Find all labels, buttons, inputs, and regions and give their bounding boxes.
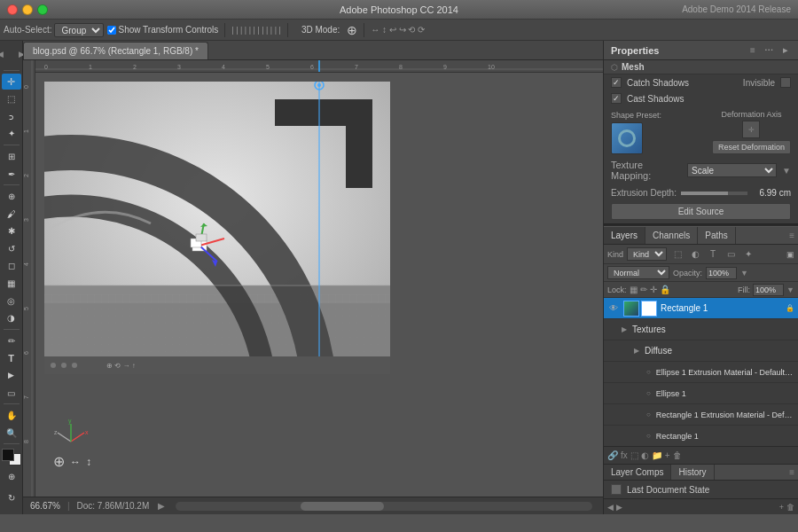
layer-item-rect1-sub[interactable]: ○ Rectangle 1 [604, 426, 798, 446]
layer-item-ellipse1[interactable]: ○ Ellipse 1 [604, 383, 798, 404]
layer-item-ellipse1-extrusion[interactable]: ○ Ellipse 1 Extrusion Material - Default… [604, 362, 798, 383]
circle-icon-3: ○ [646, 411, 651, 419]
cast-shadows-checkbox[interactable] [611, 93, 622, 104]
close-button[interactable] [7, 4, 18, 15]
mode-3d-icon[interactable]: ⊕ [347, 23, 357, 37]
color-swatches[interactable] [2, 449, 21, 466]
kind-select[interactable]: Kind [627, 247, 667, 261]
lock-transparent-icon[interactable]: ▦ [630, 285, 638, 294]
hand-tool[interactable]: ✋ [2, 407, 21, 424]
fill-input[interactable] [753, 284, 784, 296]
canvas-drawing[interactable]: ⊕ ⟲ → ↑ ⊕ ↔ ↕ [35, 73, 603, 497]
lock-all-icon[interactable]: 🔒 [660, 285, 670, 294]
panel-icon-2[interactable]: ⋯ [763, 44, 775, 57]
lc-prev-icon[interactable]: ◀ [607, 503, 614, 512]
clone-stamp-tool[interactable]: ✱ [2, 223, 21, 239]
shape-preset-thumbnail[interactable] [611, 122, 643, 154]
back-tool[interactable]: ◀ [0, 44, 11, 64]
adj-icon[interactable]: ◐ [641, 450, 649, 460]
maximize-button[interactable] [37, 4, 48, 15]
active-document-tab[interactable]: blog.psd @ 66.7% (Rectangle 1, RGB/8) * [23, 42, 208, 59]
horizontal-scrollbar[interactable] [176, 502, 592, 511]
lc-next-icon[interactable]: ▶ [616, 503, 622, 512]
pan-icon[interactable]: ⊕ [53, 453, 65, 470]
layer-name-ellipse1: Ellipse 1 [656, 389, 794, 398]
eraser-tool[interactable]: ◻ [2, 258, 21, 275]
dodge-tool[interactable]: ◑ [2, 309, 21, 326]
pixel-filter-icon[interactable]: ⬚ [670, 247, 685, 262]
brush-tool[interactable]: 🖌 [2, 206, 21, 223]
lock-position-icon[interactable]: ✛ [650, 285, 657, 294]
opacity-input[interactable] [706, 267, 737, 279]
magic-wand-tool[interactable]: ✦ [2, 126, 21, 143]
photoshop-canvas[interactable]: ⊕ ⟲ → ↑ [44, 82, 390, 374]
svg-text:0: 0 [23, 85, 29, 89]
minimize-button[interactable] [22, 4, 33, 15]
link-icon[interactable]: 🔗 [607, 450, 618, 460]
layer-item-rect1-extrusion[interactable]: ○ Rectangle 1 Extrusion Material - Defau… [604, 404, 798, 426]
folder-icon[interactable]: 📁 [652, 450, 662, 460]
new-layer-icon[interactable]: + [665, 450, 670, 460]
lasso-tool[interactable]: ↄ [2, 108, 21, 125]
healing-brush-tool[interactable]: ⊕ [2, 188, 21, 205]
smart-filter-icon[interactable]: ✦ [741, 247, 755, 262]
pen-tool[interactable]: ✏ [2, 332, 21, 349]
lc-panel-menu[interactable]: ≡ [786, 467, 798, 477]
blend-mode-select[interactable]: Normal Multiply Screen [607, 266, 669, 279]
blur-tool[interactable]: ◎ [2, 293, 21, 309]
show-transform-checkbox[interactable] [107, 26, 116, 35]
lc-checkbox-1[interactable] [611, 484, 622, 495]
catch-shadows-checkbox[interactable] [611, 77, 622, 88]
deformation-gizmo[interactable]: ✛ [742, 121, 760, 138]
layer-item-diffuse[interactable]: ▶ Diffuse [604, 340, 798, 362]
lc-add-icon[interactable]: + [779, 503, 784, 512]
lock-image-icon[interactable]: ✏ [640, 285, 647, 294]
tab-layers[interactable]: Layers [604, 227, 645, 244]
edit-source-button[interactable]: Edit Source [611, 203, 791, 220]
zoom-tool[interactable]: 🔍 [2, 425, 21, 442]
invisible-checkbox[interactable] [780, 77, 791, 88]
mask-icon[interactable]: ⬚ [630, 450, 638, 460]
texture-mapping-select[interactable]: Scale Tile Stretch [687, 163, 777, 177]
reset-deformation-button[interactable]: Reset Deformation [712, 140, 791, 154]
extrusion-slider[interactable] [681, 192, 747, 195]
navigate-tool[interactable]: ⊕ [2, 466, 21, 486]
path-selection-tool[interactable]: ▶ [2, 367, 21, 384]
adjustment-filter-icon[interactable]: ◐ [688, 247, 702, 262]
rotate-icon[interactable]: ↔ [70, 456, 81, 468]
panel-icon-1[interactable]: ≡ [747, 44, 759, 57]
crop-tool[interactable]: ⊞ [2, 148, 21, 165]
type-filter-icon[interactable]: T [706, 247, 720, 262]
lc-last-document[interactable]: Last Document State [604, 481, 798, 498]
tab-history[interactable]: History [671, 465, 714, 480]
tab-layer-comps[interactable]: Layer Comps [604, 465, 671, 480]
tab-channels[interactable]: Channels [645, 227, 698, 244]
rotation-tool[interactable]: ↻ [2, 488, 21, 507]
shape-tool[interactable]: ▭ [2, 385, 21, 402]
zoom-icon[interactable]: ↕ [86, 456, 91, 468]
tool-separator3 [4, 184, 20, 185]
layer-vis-1[interactable]: 👁 [607, 302, 620, 315]
main-layout: ◀ ▶ ✛ ⬚ ↄ ✦ ⊞ ✒ ⊕ 🖌 ✱ ↺ ◻ ▦ ◎ ◑ ✏ T ▶ ▭ … [0, 41, 798, 514]
cast-shadows-row: Cast Shadows [604, 90, 798, 106]
fx-icon[interactable]: fx [621, 450, 628, 460]
auto-select-dropdown[interactable]: Group Layer [54, 23, 104, 37]
show-transform-label[interactable]: Show Transform Controls [107, 25, 218, 35]
text-tool[interactable]: T [2, 350, 21, 367]
layers-panel-menu[interactable]: ≡ [786, 231, 798, 240]
fg-color-swatch[interactable] [2, 449, 14, 461]
marquee-tool[interactable]: ⬚ [2, 90, 21, 107]
history-brush-tool[interactable]: ↺ [2, 240, 21, 257]
shape-filter-icon[interactable]: ▭ [724, 247, 738, 262]
texture-mapping-label: Texture Mapping: [611, 160, 682, 181]
eyedropper-tool[interactable]: ✒ [2, 166, 21, 183]
doc-info-arrow[interactable]: ▶ [158, 501, 165, 511]
move-tool[interactable]: ✛ [2, 74, 21, 90]
tab-paths[interactable]: Paths [698, 227, 736, 244]
delete-layer-icon[interactable]: 🗑 [673, 450, 682, 460]
panel-icon-3[interactable]: ▸ [778, 44, 791, 57]
lc-trash-icon[interactable]: 🗑 [786, 503, 794, 512]
layer-item-rectangle1[interactable]: 👁 Rectangle 1 🔒 [604, 298, 798, 319]
gradient-tool[interactable]: ▦ [2, 275, 21, 292]
layer-item-textures[interactable]: ▶ Textures [604, 319, 798, 340]
